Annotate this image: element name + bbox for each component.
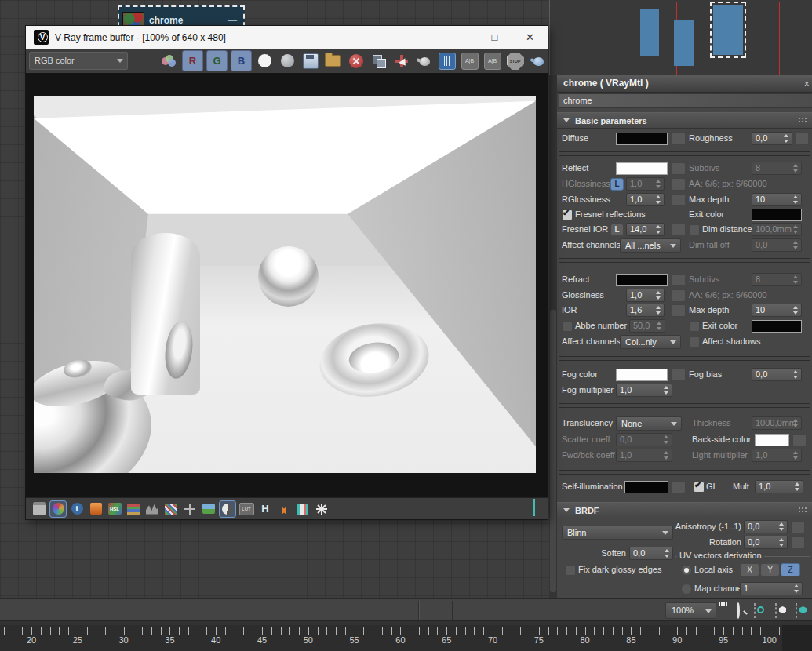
ruler[interactable]: 20253035404550556065707580859095100 bbox=[0, 625, 812, 651]
ior-map-button[interactable] bbox=[672, 304, 686, 317]
mult-spinner[interactable]: 1,0 bbox=[755, 480, 803, 493]
panel-close-icon[interactable]: x bbox=[805, 78, 812, 88]
slate-navigator-panel[interactable] bbox=[549, 0, 812, 75]
fog-color-swatch[interactable] bbox=[616, 369, 668, 381]
vfb-titlebar[interactable]: V-Ray frame buffer - [100% of 640 x 480]… bbox=[26, 26, 548, 49]
brdf-rollout[interactable]: BRDF bbox=[557, 502, 812, 518]
clear-image-button[interactable] bbox=[346, 51, 366, 71]
rglossiness-spinner[interactable]: 1,0 bbox=[626, 193, 665, 206]
abbe-number-checkbox[interactable] bbox=[562, 321, 573, 332]
fresnel-reflections-checkbox[interactable] bbox=[562, 209, 573, 220]
zoom-extents-icon[interactable] bbox=[775, 604, 777, 618]
zoom-magnifier-icon[interactable] bbox=[737, 604, 740, 618]
dim-distance-checkbox[interactable] bbox=[689, 224, 700, 235]
reflect-subdivs-spinner[interactable]: 8 bbox=[752, 162, 802, 175]
refract-affect-channels-dropdown[interactable]: Col...nly bbox=[620, 335, 681, 349]
ior-spinner[interactable]: 1,6 bbox=[626, 304, 665, 317]
track-mouse-button[interactable] bbox=[391, 51, 411, 71]
reflect-map-button[interactable] bbox=[672, 162, 686, 175]
refract-exit-color-checkbox[interactable] bbox=[689, 321, 700, 332]
local-axis-radio[interactable] bbox=[681, 565, 692, 576]
render-last-button[interactable] bbox=[528, 51, 548, 71]
dim-distance-spinner[interactable]: 100,0mm bbox=[752, 223, 802, 236]
scatter-coeff-spinner[interactable]: 0,0 bbox=[616, 433, 672, 446]
panel-scrollbar[interactable] bbox=[549, 75, 557, 598]
maximize-button[interactable]: □ bbox=[477, 26, 512, 49]
fresnel-ior-map-button[interactable] bbox=[672, 224, 686, 236]
roughness-spinner[interactable]: 0,0 bbox=[752, 132, 792, 145]
local-axis-y-button[interactable]: Y bbox=[760, 563, 780, 576]
basic-parameters-rollout[interactable]: Basic parameters bbox=[557, 112, 812, 129]
navigator-node[interactable] bbox=[640, 9, 659, 56]
monochrome-channel-button[interactable] bbox=[255, 51, 275, 71]
image-window-icon[interactable] bbox=[31, 501, 47, 517]
duplicate-buffer-button[interactable] bbox=[369, 51, 388, 71]
fog-color-map-button[interactable] bbox=[672, 369, 686, 381]
hglossiness-lock-button[interactable]: L bbox=[610, 178, 624, 191]
curves-icon[interactable] bbox=[163, 501, 179, 517]
levels-icon[interactable] bbox=[126, 501, 141, 517]
diffuse-color-swatch[interactable] bbox=[616, 133, 668, 145]
zoom-region-icon[interactable] bbox=[754, 604, 756, 618]
backside-color-map-button[interactable] bbox=[792, 434, 807, 446]
self-illumination-map-button[interactable] bbox=[672, 481, 686, 493]
reflect-color-swatch[interactable] bbox=[616, 162, 668, 175]
navigator-node[interactable] bbox=[674, 20, 694, 66]
dim-fall-off-spinner[interactable]: 0,0 bbox=[752, 238, 802, 252]
stop-render-button[interactable]: STOP bbox=[505, 51, 525, 71]
refract-subdivs-spinner[interactable]: 8 bbox=[752, 273, 802, 286]
zoom-extents-selected-icon[interactable] bbox=[796, 604, 797, 618]
gi-checkbox[interactable] bbox=[694, 482, 705, 493]
ab-compare-button[interactable]: A|B bbox=[460, 51, 479, 71]
fog-multiplier-spinner[interactable]: 1,0 bbox=[616, 384, 672, 397]
blue-channel-button[interactable]: B bbox=[231, 50, 252, 71]
view-zoom-dropdown[interactable]: 100% bbox=[665, 602, 716, 619]
lut-icon[interactable]: LUT bbox=[239, 501, 254, 517]
pixel-aspect-icon[interactable] bbox=[276, 501, 292, 517]
alpha-channel-button[interactable] bbox=[278, 51, 297, 71]
reflect-max-depth-spinner[interactable]: 10 bbox=[752, 193, 802, 206]
green-channel-button[interactable]: G bbox=[206, 50, 228, 71]
refract-color-swatch[interactable] bbox=[616, 274, 668, 286]
navigator-node-selected[interactable] bbox=[710, 2, 746, 58]
histogram-icon[interactable] bbox=[144, 501, 160, 517]
save-image-button[interactable] bbox=[300, 51, 320, 71]
translucency-dropdown[interactable]: None bbox=[616, 416, 682, 431]
srgb-icon[interactable]: H bbox=[257, 501, 273, 517]
color-corrections-icon[interactable] bbox=[50, 501, 66, 517]
load-image-button[interactable] bbox=[323, 51, 343, 71]
color-channels-icon[interactable] bbox=[159, 51, 179, 71]
panel-scrollbar-thumb[interactable] bbox=[550, 310, 556, 592]
self-illumination-swatch[interactable] bbox=[624, 481, 668, 493]
rendered-image[interactable] bbox=[34, 96, 536, 473]
refract-glossiness-map-button[interactable] bbox=[672, 289, 686, 302]
refract-glossiness-spinner[interactable]: 1,0 bbox=[626, 289, 665, 302]
fresnel-ior-spinner[interactable]: 14,0 bbox=[626, 223, 665, 236]
white-balance-icon[interactable] bbox=[182, 501, 198, 517]
channel-select-dropdown[interactable]: RGB color bbox=[29, 52, 128, 70]
info-icon[interactable]: i bbox=[69, 501, 85, 517]
affect-shadows-checkbox[interactable] bbox=[689, 336, 700, 347]
ab-compare-button-2[interactable]: A|B bbox=[482, 51, 502, 71]
roughness-map-button[interactable] bbox=[795, 133, 809, 145]
color-range-icon[interactable] bbox=[88, 501, 104, 517]
node-collapse-icon[interactable]: — bbox=[228, 15, 237, 26]
hglossiness-spinner[interactable]: 1,0 bbox=[626, 177, 665, 191]
show-corrections-panel-icon[interactable] bbox=[533, 502, 535, 516]
hsl-adjust-icon[interactable]: HSL bbox=[107, 501, 122, 517]
map-channel-spinner[interactable]: 1 bbox=[740, 582, 803, 595]
backside-color-swatch[interactable] bbox=[755, 434, 789, 446]
soften-spinner[interactable]: 0,0 bbox=[629, 547, 673, 560]
fog-bias-spinner[interactable]: 0,0 bbox=[752, 368, 802, 381]
rglossiness-map-button[interactable] bbox=[672, 194, 686, 206]
hglossiness-map-button[interactable] bbox=[672, 178, 686, 191]
minimize-button[interactable]: — bbox=[442, 26, 477, 49]
background-image-icon[interactable] bbox=[201, 501, 217, 517]
fix-dark-glossy-edges-checkbox[interactable] bbox=[565, 565, 576, 576]
light-multiplier-spinner[interactable]: 1,0 bbox=[752, 449, 802, 462]
red-channel-button[interactable]: R bbox=[182, 50, 203, 71]
region-render-teapot-button[interactable] bbox=[414, 51, 434, 71]
exposure-icon[interactable] bbox=[220, 501, 235, 517]
map-channel-radio[interactable] bbox=[681, 584, 692, 595]
compare-horizontal-button[interactable] bbox=[437, 51, 457, 71]
